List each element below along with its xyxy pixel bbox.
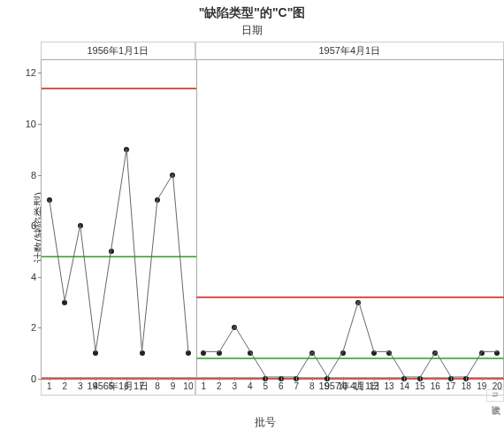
data-point [494,350,500,356]
x-tick-label: 8 [309,381,315,391]
data-point [201,350,206,356]
ucl-line [196,296,504,298]
data-point [170,173,175,178]
x-tick-label: 15 [415,381,424,391]
x-tick-label: 5 [263,381,268,391]
panel: 1234567891011121314151617181920 [196,60,504,377]
data-point [78,223,83,228]
data-point [47,197,52,203]
chart-subtitle: 日期 [0,21,504,42]
x-tick-label: 7 [294,381,299,391]
panel-header-label: 1956年1月1日 [41,42,195,59]
x-tick-label: 7 [140,381,145,391]
x-tick-label: 2 [62,381,67,391]
x-tick-label: 5 [109,381,114,391]
x-tick-label: 10 [183,381,193,391]
x-tick-label: 13 [384,381,393,391]
x-tick-label: 9 [171,381,176,391]
data-point [232,325,237,330]
chart-title: "缺陷类型"的"C"图 [0,0,504,21]
data-point [340,350,346,356]
x-tick-label: 3 [233,381,238,391]
x-tick-label: 16 [431,381,440,391]
data-point [186,350,191,356]
data-point [109,249,114,254]
data-point [432,350,438,356]
plot-box: 0246810121234567891012345678910111213141… [41,59,504,378]
x-tick-label: 4 [93,381,98,391]
lcl-line [196,378,504,380]
x-tick-label: 4 [248,381,253,391]
x-tick-label: 3 [78,381,83,391]
x-tick-label: 10 [338,381,347,391]
x-tick-label: 9 [325,381,330,391]
data-point [124,147,129,152]
panel-footer-label: 1957年4月1日 [195,378,504,396]
data-point [248,350,253,356]
cl-line [42,256,196,258]
x-tick-label: 1 [202,381,207,391]
x-tick-label: 19 [477,381,486,391]
panel: 12345678910 [42,60,196,377]
x-tick-label: 1 [47,381,52,391]
panel-header: 1956年1月1日1957年4月1日 [41,42,504,59]
data-point [479,350,485,356]
x-tick-label: 6 [279,381,284,391]
plot-area: 计数(缺陷类型) 1956年1月1日1957年4月1日 024681012123… [27,42,504,413]
x-tick-label: 6 [124,381,129,391]
x-tick-label: 14 [400,381,409,391]
panel-header-label: 1957年4月1日 [195,42,504,59]
data-point [309,350,315,356]
x-tick-label: 17 [446,381,455,391]
data-point [140,350,145,356]
data-point [62,300,67,305]
data-point [355,300,361,305]
c-chart-container: "缺陷类型"的"C"图 日期 计数(缺陷类型) 1956年1月1日1957年4月… [0,0,504,446]
x-tick-label: 12 [369,381,378,391]
data-point [93,350,98,356]
ucl-line [42,88,196,89]
side-tag: n 次试验 [486,389,504,402]
x-tick-label: 18 [462,381,471,391]
data-point [155,197,160,203]
x-tick-label: 2 [217,381,222,391]
data-point [371,350,377,356]
data-point [217,350,222,356]
x-axis-label: 批号 [0,415,504,430]
x-tick-label: 11 [353,381,363,391]
cl-line [196,358,504,359]
data-point [386,350,392,356]
x-tick-label: 8 [155,381,160,391]
